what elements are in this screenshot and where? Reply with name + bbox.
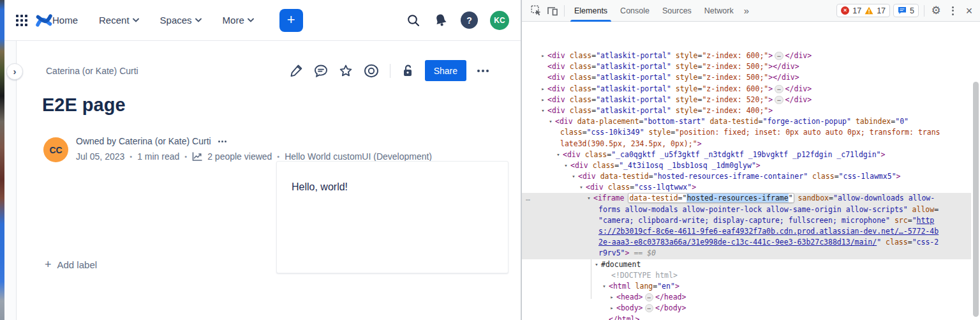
devtools-tree-line[interactable]: ▾<div data-placement="bottom-start" data… [522,116,971,127]
ellipsis-icon [218,141,220,142]
profile-button[interactable]: KC [490,11,509,30]
favorite-button[interactable] [338,63,353,79]
nav-item-more[interactable]: More [223,15,254,26]
custom-ui-macro-card: Hello, world! [276,161,509,273]
comment-icon [313,63,329,79]
devtools-tree-line[interactable]: late3d(390.5px, 234.5px, 0px);"> [522,139,971,149]
app-switcher-icon[interactable] [16,15,27,26]
confluence-logo-icon[interactable] [36,13,52,28]
comment-button[interactable] [313,63,329,79]
collapse-arrow-icon[interactable]: ▾ [585,193,593,204]
collapse-arrow-icon[interactable]: ▾ [593,259,600,270]
edit-button[interactable] [289,63,304,78]
pencil-icon [289,63,304,78]
devtools-tree-line[interactable]: <div class="atlaskit-portal" style="z-in… [522,61,971,72]
devtools-tree-line[interactable]: </html> [522,314,971,320]
devtools-tree-line[interactable]: <!DOCTYPE html> [522,270,971,281]
devtools-tree-line[interactable]: ▸<div class="atlaskit-portal" style="z-i… [522,95,971,105]
expand-arrow-icon[interactable]: ▸ [539,84,547,95]
owner-more-button[interactable] [217,138,228,145]
top-nav: Home Recent Spaces More + [4,0,521,41]
error-count: 17 [852,6,861,15]
devtools-scrollbar-thumb[interactable] [973,82,979,317]
owner-avatar[interactable]: CC [43,137,68,162]
inspect-cursor-icon [531,5,542,16]
devtools-tree-line[interactable]: s://2b3019cf-8c6e-4611-9fe6-eaf4932f7a0b… [522,226,971,237]
expand-sidebar-button[interactable]: › [6,63,23,80]
restrictions-button[interactable] [400,63,415,79]
settings-button[interactable]: ⚙ [928,3,944,19]
tab-elements[interactable]: Elements [568,0,614,22]
meta-separator: • [184,153,187,160]
nav-item-home[interactable]: Home [52,15,78,26]
devtools-tree-line[interactable]: class="css-10ki349" style="position: fix… [522,127,971,138]
tab-network[interactable]: Network [698,0,740,22]
add-label-button[interactable]: + Add label [45,259,97,270]
meta-app-name: Hello World customUI (Development) [285,151,432,162]
collapse-arrow-icon[interactable]: ▾ [600,281,608,292]
expand-arrow-icon[interactable]: ▸ [608,292,616,303]
devtools-tree-line[interactable]: ▾<div class="_ca0qgktf _u5f3gktf _n3tdgk… [522,149,971,160]
share-button[interactable]: Share [425,60,466,81]
meta-people-viewed[interactable]: 2 people viewed [207,151,272,162]
inspect-element-button[interactable] [528,3,544,19]
collapse-arrow-icon[interactable]: ▾ [570,171,577,182]
nav-right-group: ? KC [406,11,509,30]
tab-sources[interactable]: Sources [656,0,698,22]
nav-item-spaces[interactable]: Spaces [160,15,202,26]
chevron-right-icon: › [13,66,17,76]
devtools-tree-line[interactable]: ▾<div data-testid="hosted-resources-ifra… [522,171,971,182]
wallpaper-strip [0,0,4,320]
devtools-tree-line[interactable]: r9rv5"> == $0 [522,248,971,259]
create-button[interactable]: + [279,9,303,32]
devtools-tree-line[interactable]: ▾<div class="_4t3i1osq _1bsb1osq _1dm0gl… [522,160,971,171]
expand-arrow-icon[interactable]: ▸ [539,95,547,105]
chevron-down-icon [133,18,139,22]
watch-button[interactable] [363,63,380,79]
close-devtools-button[interactable]: × [961,3,977,19]
notifications-button[interactable] [433,13,449,28]
expand-arrow-icon[interactable]: ▸ [539,50,547,61]
owner-text[interactable]: Owned by Caterina (or Kate) Curti [76,136,211,146]
collapse-arrow-icon[interactable]: ▾ [554,149,562,160]
devtools-menu-button[interactable] [944,3,961,19]
collapse-arrow-icon[interactable]: ▾ [577,182,585,193]
devtools-tree-line[interactable]: 2e-aaa3-e8c03783a66a/31e998de-c13c-441c-… [522,237,971,248]
collapse-arrow-icon[interactable]: ▾ [562,160,570,171]
more-actions-button[interactable] [475,66,491,76]
star-icon [338,63,353,79]
devtools-tabs: Elements Console Sources Network » [568,0,752,22]
issues-badge[interactable]: × 17 17 [836,4,890,17]
messages-badge[interactable]: 5 [893,4,919,17]
analytics-chart-icon [192,152,202,162]
plus-icon: + [287,13,295,27]
devtools-tree-line[interactable]: <div class="atlaskit-portal" style="z-in… [522,72,971,83]
devtools-tree-line[interactable]: …▾<iframe data-testid="hosted-resources-… [522,193,971,204]
help-button[interactable]: ? [461,11,478,29]
row-overflow-dots[interactable]: … [526,193,531,204]
expand-arrow-icon[interactable]: ▸ [608,303,616,314]
devtools-tree-line[interactable]: ▾<div class="atlaskit-portal" style="z-i… [522,105,971,116]
devtools-tree-line[interactable]: ▾<div class="css-1lqtwwx"> [522,182,971,193]
owner-row: Owned by Caterina (or Kate) Curti [76,136,228,146]
more-tabs-button[interactable]: » [740,0,752,22]
unlock-icon [400,63,415,79]
tab-console[interactable]: Console [614,0,656,22]
devtools-tree-line[interactable]: ▸<div class="atlaskit-portal" style="z-i… [522,84,971,95]
nav-item-recent[interactable]: Recent [99,15,139,26]
collapse-arrow-icon[interactable]: ▾ [547,116,554,127]
devtools-tree-line[interactable]: forms allow-modals allow-pointer-lock al… [522,204,971,215]
search-button[interactable] [406,13,421,28]
devtools-tree-line[interactable]: ▾<html lang="en"> [522,281,971,292]
error-icon: × [841,6,849,15]
devtools-tree-line[interactable]: ▸<body>…</body> [522,303,971,314]
device-toolbar-button[interactable] [544,3,561,19]
devtools-tree-line[interactable]: ▾#document [522,259,971,270]
devtools-tree-line[interactable]: ▸<div class="atlaskit-portal" style="z-i… [522,50,971,61]
breadcrumb[interactable]: Caterina (or Kate) Curti [46,66,138,76]
collapse-arrow-icon[interactable]: ▾ [539,105,547,116]
devtools-tree-line[interactable]: ▸<head>…</head> [522,292,971,303]
chevron-down-icon [195,18,202,22]
gear-icon: ⚙ [931,4,940,17]
devtools-tree-line[interactable]: "camera; clipboard-write; display-captur… [522,215,971,226]
